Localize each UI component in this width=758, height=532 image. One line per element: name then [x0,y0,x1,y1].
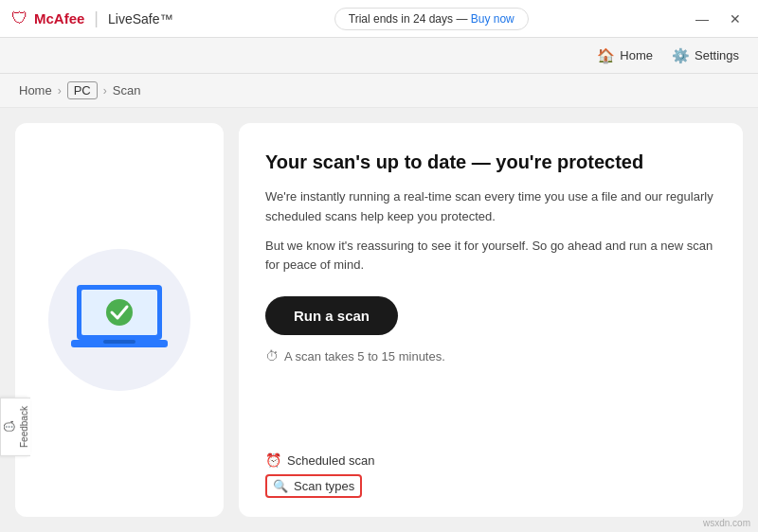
left-panel [15,123,224,517]
scan-title: Your scan's up to date — you're protecte… [265,150,716,174]
mcafee-logo: 🛡 McAfee | LiveSafe™ [11,9,173,28]
nav-settings[interactable]: ⚙️ Settings [672,47,739,64]
trial-section: Trial ends in 24 days — Buy now [334,8,529,30]
feedback-icon: 💬 [5,421,15,433]
home-icon: 🏠 [597,47,615,64]
clock-icon: ⏱ [265,348,279,364]
close-button[interactable]: ✕ [724,9,747,28]
scheduled-scan-icon: ⏰ [265,452,281,468]
mcafee-shield-icon: 🛡 [11,9,28,28]
breadcrumb-sep-2: › [103,84,107,98]
minimize-button[interactable]: — [690,9,714,28]
laptop-svg [67,277,171,363]
watermark: wsxdn.com [703,518,750,528]
product-name: LiveSafe™ [108,11,172,27]
buy-now-link[interactable]: Buy now [471,12,514,26]
svg-rect-4 [103,340,135,344]
scan-illustration [48,249,190,391]
right-panel: Your scan's up to date — you're protecte… [239,123,743,517]
main-content: Your scan's up to date — you're protecte… [0,108,758,532]
scan-desc-2: But we know it's reassuring to see it fo… [265,237,716,276]
breadcrumb-sep-1: › [58,84,62,98]
scan-time: ⏱ A scan takes 5 to 15 minutes. [265,348,716,364]
nav-settings-label: Settings [695,48,739,62]
scan-desc-1: We're instantly running a real-time scan… [265,187,716,227]
scheduled-scan-label: Scheduled scan [287,453,375,468]
nav-bar: 🏠 Home ⚙️ Settings [0,38,758,74]
logo-divider: | [94,9,99,28]
breadcrumb-scan: Scan [113,83,141,98]
nav-home[interactable]: 🏠 Home [597,47,653,64]
feedback-tab[interactable]: 💬 Feedback [0,398,30,456]
laptop-circle [48,249,190,391]
trial-badge: Trial ends in 24 days — Buy now [334,8,529,30]
run-scan-button[interactable]: Run a scan [265,296,398,335]
scan-time-text: A scan takes 5 to 15 minutes. [284,349,445,364]
feedback-label: Feedback [19,406,29,448]
trial-text: Trial ends in 24 days — [349,12,471,26]
scheduled-scan-link[interactable]: ⏰ Scheduled scan [265,450,716,470]
svg-point-2 [106,299,133,326]
gear-icon: ⚙️ [672,47,690,64]
window-controls: — ✕ [690,9,747,28]
breadcrumb-home[interactable]: Home [19,83,52,98]
scan-types-icon: 🔍 [273,479,288,493]
scan-types-label: Scan types [294,479,354,493]
breadcrumb-pc[interactable]: PC [67,81,98,99]
nav-home-label: Home [620,48,653,62]
title-bar-left: 🛡 McAfee | LiveSafe™ [11,9,173,28]
brand-name: McAfee [34,10,84,27]
bottom-links: ⏰ Scheduled scan 🔍 Scan types [265,438,716,498]
breadcrumb: Home › PC › Scan [0,74,758,108]
title-bar: 🛡 McAfee | LiveSafe™ Trial ends in 24 da… [0,0,758,38]
scan-types-link[interactable]: 🔍 Scan types [265,474,362,498]
